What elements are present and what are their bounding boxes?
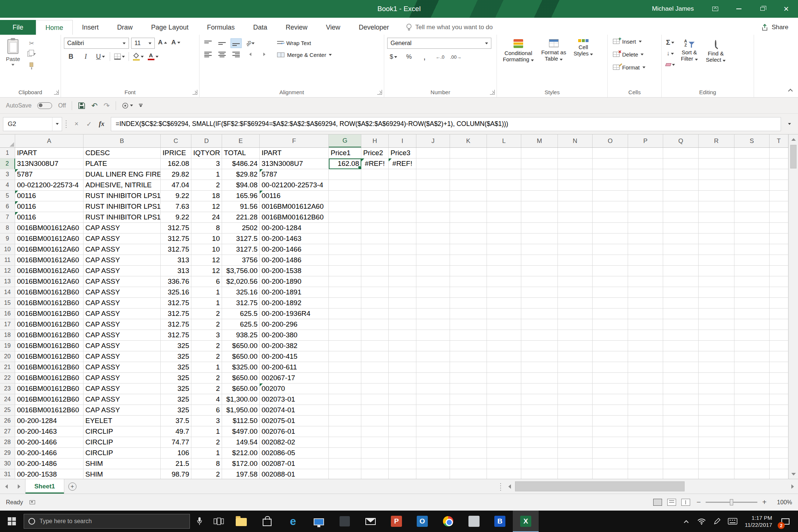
cell-K29[interactable] — [450, 448, 487, 458]
cell-H18[interactable] — [361, 330, 389, 341]
row-header-28[interactable]: 28 — [0, 437, 15, 448]
cell-Q23[interactable] — [663, 383, 699, 394]
cell-F18[interactable]: 00-200-380 — [260, 330, 329, 341]
cell-H3[interactable] — [361, 169, 389, 180]
cell-T31[interactable] — [770, 469, 788, 479]
cell-F8[interactable]: 00-200-1284 — [260, 223, 329, 233]
cell-F26[interactable]: 002075-01 — [260, 416, 329, 426]
cell-C9[interactable]: 312.75 — [161, 233, 191, 244]
cell-A3[interactable]: 5787 — [15, 169, 83, 180]
cell-R21[interactable] — [699, 362, 734, 373]
row-header-31[interactable]: 31 — [0, 469, 15, 479]
cell-J30[interactable] — [416, 458, 450, 469]
ribbon-tab-formulas[interactable]: Formulas — [198, 20, 244, 35]
cell-C8[interactable]: 312.75 — [161, 223, 191, 233]
cell-F9[interactable]: 00-200-1463 — [260, 233, 329, 244]
cell-S19[interactable] — [734, 341, 770, 351]
cell-B24[interactable]: CAP ASSY — [83, 394, 161, 405]
column-header-G[interactable]: G — [329, 134, 361, 147]
cell-P16[interactable] — [628, 308, 663, 319]
cell-E10[interactable]: 3127.5 — [222, 244, 260, 255]
column-header-M[interactable]: M — [521, 134, 558, 147]
cell-K9[interactable] — [450, 233, 487, 244]
row-header-11[interactable]: 11 — [0, 255, 15, 266]
cell-K14[interactable] — [450, 287, 487, 298]
row-header-1[interactable]: 1 — [0, 148, 15, 158]
cell-C29[interactable]: 106 — [161, 448, 191, 458]
cell-N16[interactable] — [558, 308, 593, 319]
cell-D26[interactable]: 3 — [191, 416, 222, 426]
cell-Q9[interactable] — [663, 233, 699, 244]
taskbar-app-generic[interactable] — [332, 511, 358, 532]
cell-P27[interactable] — [628, 426, 663, 437]
cell-J13[interactable] — [416, 276, 450, 287]
expand-formula-bar-button[interactable] — [784, 117, 795, 131]
cell-Q4[interactable] — [663, 180, 699, 191]
cell-H4[interactable] — [361, 180, 389, 191]
cell-B15[interactable]: CAP ASSY — [83, 298, 161, 308]
cell-N28[interactable] — [558, 437, 593, 448]
cell-R10[interactable] — [699, 244, 734, 255]
cell-J8[interactable] — [416, 223, 450, 233]
scroll-down-button[interactable] — [789, 469, 798, 479]
cell-K13[interactable] — [450, 276, 487, 287]
column-header-I[interactable]: I — [389, 134, 416, 147]
insert-cells-button[interactable]: Insert — [611, 36, 659, 47]
cell-C17[interactable]: 312.75 — [161, 319, 191, 330]
cell-K31[interactable] — [450, 469, 487, 479]
cell-S26[interactable] — [734, 416, 770, 426]
cell-M7[interactable] — [521, 212, 558, 223]
merge-center-button[interactable]: Merge & Center — [275, 50, 334, 60]
cell-D13[interactable]: 6 — [191, 276, 222, 287]
cell-Q1[interactable] — [663, 148, 699, 158]
cell-G30[interactable] — [329, 458, 361, 469]
enter-entry-button[interactable]: ✓ — [83, 117, 95, 131]
cell-G25[interactable] — [329, 405, 361, 416]
cell-P7[interactable] — [628, 212, 663, 223]
cell-K11[interactable] — [450, 255, 487, 266]
ribbon-tab-home[interactable]: Home — [36, 20, 73, 35]
cell-Q20[interactable] — [663, 351, 699, 362]
cell-A1[interactable]: IPART — [15, 148, 83, 158]
cell-D4[interactable]: 2 — [191, 180, 222, 191]
taskbar-search-input[interactable]: Type here to search — [24, 514, 190, 529]
cell-P3[interactable] — [628, 169, 663, 180]
cell-B29[interactable]: CIRCLIP — [83, 448, 161, 458]
middle-align-button[interactable] — [216, 38, 228, 48]
ribbon-tab-data[interactable]: Data — [244, 20, 276, 35]
column-header-J[interactable]: J — [416, 134, 450, 147]
insert-function-button[interactable]: fx — [95, 117, 108, 131]
column-header-S[interactable]: S — [734, 134, 770, 147]
cell-J19[interactable] — [416, 341, 450, 351]
fill-color-button[interactable] — [133, 52, 144, 61]
cell-K10[interactable] — [450, 244, 487, 255]
cell-B31[interactable]: SHIM — [83, 469, 161, 479]
cell-S24[interactable] — [734, 394, 770, 405]
cell-S28[interactable] — [734, 437, 770, 448]
cell-S23[interactable] — [734, 383, 770, 394]
formula-input[interactable]: =INDEX($C$2:$C$69294, SMALL(IF($F$2:$F$6… — [111, 117, 781, 131]
cell-O14[interactable] — [593, 287, 628, 298]
cell-H1[interactable]: Price2 — [361, 148, 389, 158]
cell-N24[interactable] — [558, 394, 593, 405]
cell-A18[interactable]: 0016BM001612B60 — [15, 330, 83, 341]
formula-bar-grip[interactable] — [65, 120, 67, 129]
row-header-14[interactable]: 14 — [0, 287, 15, 298]
cell-E3[interactable]: $29.82 — [222, 169, 260, 180]
cell-N30[interactable] — [558, 458, 593, 469]
vertical-scroll-thumb[interactable] — [790, 145, 797, 168]
cell-O13[interactable] — [593, 276, 628, 287]
cell-I21[interactable] — [389, 362, 416, 373]
cell-D14[interactable]: 1 — [191, 287, 222, 298]
center-button[interactable] — [216, 50, 228, 59]
cell-H9[interactable] — [361, 233, 389, 244]
cell-R15[interactable] — [699, 298, 734, 308]
cell-F28[interactable]: 002082-02 — [260, 437, 329, 448]
row-header-5[interactable]: 5 — [0, 191, 15, 201]
share-button[interactable]: Share — [761, 20, 788, 35]
cell-Q24[interactable] — [663, 394, 699, 405]
delete-cells-button[interactable]: Delete — [611, 49, 659, 59]
cell-J15[interactable] — [416, 298, 450, 308]
cell-E11[interactable]: 3756 — [222, 255, 260, 266]
cell-N4[interactable] — [558, 180, 593, 191]
